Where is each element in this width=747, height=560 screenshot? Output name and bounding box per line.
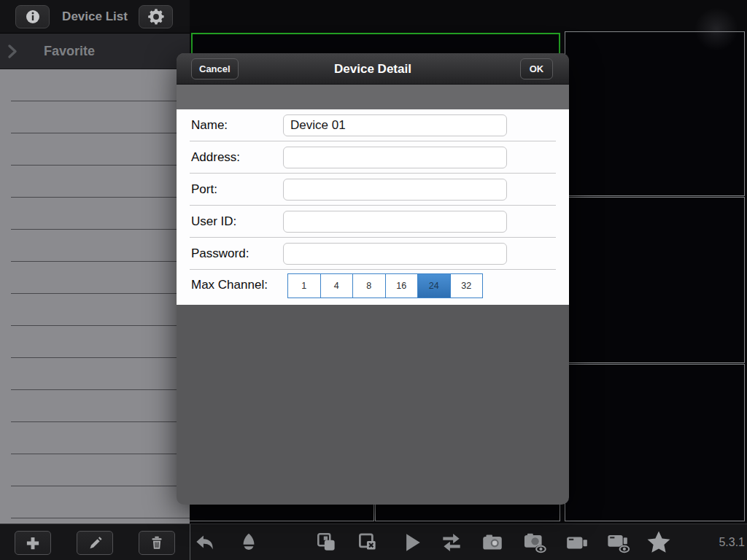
max-channel-option-1[interactable]: 1	[288, 274, 320, 298]
close-video-button[interactable]	[355, 529, 381, 556]
name-label: Name:	[191, 109, 228, 141]
record-view-icon	[605, 529, 632, 556]
address-label: Address:	[191, 141, 240, 174]
favorite-star-icon	[645, 529, 673, 556]
device-detail-form: Name: Address: Port: User ID: Password:	[177, 109, 569, 305]
edit-device-button[interactable]	[77, 531, 113, 555]
max-channel-segmented-control: 1 4 8 16 24 32	[287, 273, 483, 298]
max-channel-option-24[interactable]: 24	[417, 274, 450, 298]
back-button[interactable]	[192, 529, 218, 556]
max-channel-option-8[interactable]: 8	[352, 274, 385, 298]
port-field[interactable]	[283, 179, 507, 201]
gear-icon	[147, 7, 166, 26]
max-channel-label: Max Channel:	[191, 270, 268, 300]
user-id-field[interactable]	[283, 211, 507, 233]
device-list-rows[interactable]	[0, 69, 190, 524]
app-window: Device List Favorite	[0, 0, 747, 560]
record-icon	[565, 530, 589, 555]
device-list-header: Device List	[0, 0, 190, 34]
snapshot-view-button[interactable]	[522, 529, 548, 556]
record-view-button[interactable]	[605, 529, 632, 556]
dialog-subheader	[177, 85, 569, 109]
edit-icon	[85, 534, 104, 553]
close-video-icon	[355, 530, 380, 555]
dialog-title: Device Detail	[177, 53, 569, 85]
switch-icon	[439, 530, 464, 555]
form-row-max-channel: Max Channel: 1 4 8 16 24 32	[177, 270, 569, 305]
video-panel[interactable]	[565, 364, 745, 521]
add-icon	[23, 534, 42, 553]
password-field[interactable]	[283, 243, 507, 265]
record-button[interactable]	[564, 529, 590, 556]
video-panel[interactable]	[565, 197, 745, 363]
version-label: 5.3.1	[719, 524, 745, 560]
ok-button[interactable]: OK	[520, 58, 553, 79]
dialog-header: Cancel Device Detail OK	[177, 53, 569, 85]
info-icon	[24, 8, 42, 26]
play-icon	[399, 530, 424, 555]
add-device-button[interactable]	[15, 531, 51, 555]
snapshot-view-icon	[522, 529, 548, 556]
password-label: Password:	[191, 238, 249, 270]
form-row-name: Name:	[177, 109, 569, 141]
settings-button[interactable]	[139, 5, 173, 28]
ptz-button[interactable]	[236, 529, 262, 556]
video-panel[interactable]	[565, 31, 745, 196]
form-row-userid: User ID:	[177, 206, 569, 238]
bottom-toolbar: 5.3.1	[0, 524, 747, 560]
form-row-password: Password:	[177, 238, 569, 270]
layout-icon	[314, 530, 339, 555]
favorite-button[interactable]	[646, 529, 672, 556]
max-channel-option-16[interactable]: 16	[385, 274, 418, 298]
list-separator-inset	[0, 69, 11, 524]
port-label: Port:	[191, 174, 217, 206]
form-row-port: Port:	[177, 174, 569, 206]
sidebar-item-favorite[interactable]: Favorite	[0, 34, 190, 69]
play-button[interactable]	[398, 529, 425, 556]
ptz-icon	[236, 530, 261, 555]
address-field[interactable]	[283, 147, 507, 168]
snapshot-button[interactable]	[479, 529, 506, 556]
form-row-address: Address:	[177, 141, 569, 174]
name-field[interactable]	[283, 114, 507, 136]
info-button[interactable]	[15, 5, 50, 28]
undo-icon	[193, 530, 217, 555]
switch-button[interactable]	[438, 529, 465, 556]
page-indicator-glow	[694, 7, 738, 51]
delete-icon	[147, 534, 166, 553]
delete-device-button[interactable]	[139, 531, 175, 555]
max-channel-option-32[interactable]: 32	[450, 274, 483, 298]
device-detail-dialog: Cancel Device Detail OK Name: Address: P…	[177, 53, 569, 505]
user-id-label: User ID:	[191, 206, 236, 238]
chevron-right-icon	[7, 44, 18, 59]
toolbar-divider	[190, 524, 190, 560]
sidebar-item-label: Favorite	[44, 34, 95, 69]
max-channel-option-4[interactable]: 4	[320, 274, 353, 298]
dialog-footer-area	[177, 305, 569, 481]
layout-button[interactable]	[314, 529, 340, 556]
snapshot-icon	[480, 530, 505, 555]
